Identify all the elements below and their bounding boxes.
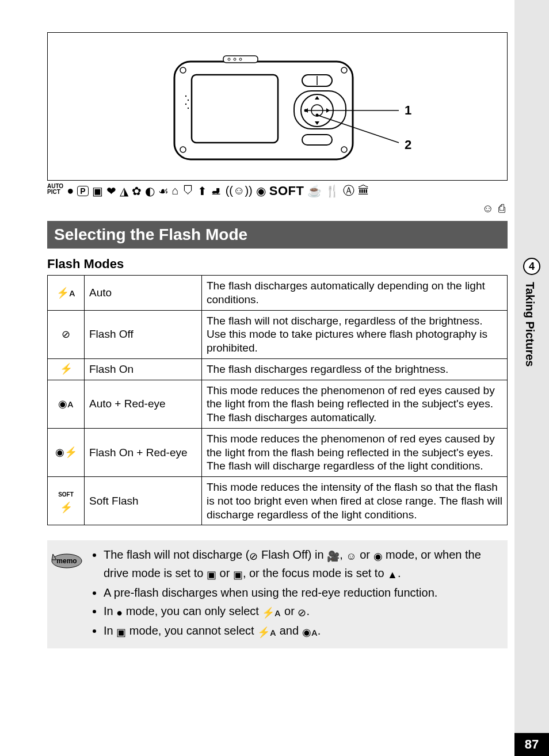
infinity-icon: ▲ — [387, 567, 398, 583]
flash-name-cell: Flash On + Red-eye — [85, 428, 202, 476]
flash-auto-icon: ⚡ᴀ — [262, 605, 281, 621]
flash-name-cell: Auto + Red-eye — [85, 380, 202, 428]
mode-soft-label: SOFT — [269, 184, 304, 198]
flash-desc-cell: This mode reduces the intensity of the f… — [202, 477, 508, 525]
table-row: ◉⚡ Flash On + Red-eye This mode reduces … — [48, 428, 508, 476]
flash-icon-cell: SOFT⚡ — [48, 477, 85, 525]
svg-point-8 — [341, 67, 347, 73]
flash-icon-cell: ◉⚡ — [48, 428, 85, 476]
mode-icon-row-2: ☺ ⎙ — [47, 202, 505, 215]
svg-point-9 — [341, 147, 347, 152]
flash-icon-cell: ⚡ᴀ — [48, 276, 85, 311]
mode-icon: ◮ — [120, 184, 128, 198]
mode-icon: ◐ — [145, 184, 155, 198]
table-row: ⚡ᴀ Auto The flash discharges automatical… — [48, 276, 508, 311]
flash-icon-cell: ⊘ — [48, 310, 85, 358]
mode-icon: ((☺)) — [226, 184, 253, 197]
flash-desc-cell: This mode reduces the phenomenon of red … — [202, 428, 508, 476]
flash-off-icon: ⊘ — [249, 549, 258, 564]
green-mode-icon: ● — [116, 605, 123, 621]
svg-point-7 — [180, 147, 186, 152]
svg-rect-10 — [192, 75, 278, 143]
svg-rect-20 — [302, 135, 332, 145]
table-row: SOFT⚡ Soft Flash This mode reduces the i… — [48, 477, 508, 525]
camera-illustration — [169, 53, 410, 168]
mode-icon: ⛸ — [211, 184, 222, 197]
table-row: ⊘ Flash Off The flash will not discharge… — [48, 310, 508, 358]
section-title: Selecting the Flash Mode — [47, 221, 508, 249]
memo-item: In ● mode, you can only select ⚡ᴀ or ⊘. — [104, 602, 501, 621]
sound-icon: ☺ — [346, 549, 356, 564]
flash-name-cell: Flash On — [85, 358, 202, 380]
mode-icon: Ⓐ — [343, 183, 354, 198]
camera-diagram-box: 1 2 — [47, 32, 508, 181]
callout-2: 2 — [405, 138, 411, 152]
mode-icon: ❤ — [106, 184, 116, 198]
svg-point-14 — [188, 108, 189, 109]
mode-icon: ⬆ — [197, 184, 207, 198]
mode-icon: ⎙ — [498, 202, 505, 215]
flash-modes-table: ⚡ᴀ Auto The flash discharges automatical… — [47, 275, 508, 525]
mode-icon: ⛉ — [182, 184, 194, 197]
mode-icon: 🏛 — [358, 184, 369, 197]
svg-point-12 — [188, 100, 189, 101]
fireworks-icon: ◉ — [373, 549, 383, 564]
flash-auto-icon: ⚡ᴀ — [257, 625, 276, 640]
mode-icon: ◉ — [256, 184, 266, 198]
page-content: 1 2 AUTOPICT ● P ▣ ❤ ◮ ✿ ◐ ☙ ⌂ ⛉ ⬆ ⛸ ((☺… — [0, 0, 549, 648]
memo-item: The flash will not discharge (⊘ Flash Of… — [104, 546, 501, 583]
svg-point-22 — [304, 109, 307, 112]
mode-icon: ☙ — [158, 184, 169, 198]
flash-icon-cell: ⚡ — [48, 358, 85, 380]
cont-icon: ▣ — [207, 567, 216, 583]
mode-icon: ☕ — [307, 184, 322, 198]
mode-icon: AUTOPICT — [47, 184, 63, 198]
svg-rect-2 — [223, 56, 258, 63]
svg-point-24 — [316, 114, 319, 117]
memo-icon: memo — [49, 546, 85, 642]
section-number-badge: 4 — [523, 258, 540, 275]
flash-desc-cell: The flash discharges automatically depen… — [202, 276, 508, 311]
page-number: 87 — [514, 733, 549, 756]
mode-icon-row: AUTOPICT ● P ▣ ❤ ◮ ✿ ◐ ☙ ⌂ ⛉ ⬆ ⛸ ((☺)) ◉… — [47, 183, 508, 198]
memo-list: The flash will not discharge (⊘ Flash Of… — [92, 546, 501, 642]
night-mode-icon: ▣ — [116, 625, 126, 640]
memo-item: A pre-flash discharges when using the re… — [104, 584, 501, 601]
svg-text:memo: memo — [56, 557, 77, 565]
svg-point-13 — [185, 104, 186, 105]
movie-icon: 🎥 — [327, 549, 340, 564]
mode-icon: ● — [67, 184, 74, 197]
mode-icon: 🍴 — [325, 184, 340, 198]
redeye-auto-icon: ◉ᴀ — [302, 625, 318, 640]
flash-name-cell: Auto — [85, 276, 202, 311]
side-column: 4 Taking Pictures 87 — [514, 0, 549, 756]
flash-icon-cell: ◉ᴀ — [48, 380, 85, 428]
flash-name-cell: Flash Off — [85, 310, 202, 358]
table-row: ⚡ Flash On The flash discharges regardle… — [48, 358, 508, 380]
memo-block: memo The flash will not discharge (⊘ Fla… — [47, 540, 508, 648]
memo-item: In ▣ mode, you cannot select ⚡ᴀ and ◉ᴀ. — [104, 622, 501, 640]
flash-name-cell: Soft Flash — [85, 477, 202, 525]
callout-1: 1 — [405, 103, 411, 118]
mode-icon: P — [77, 186, 88, 196]
flash-off-icon: ⊘ — [298, 605, 306, 621]
mode-icon: ▣ — [92, 184, 103, 198]
flash-modes-subtitle: Flash Modes — [47, 257, 508, 272]
svg-point-6 — [180, 67, 186, 73]
cont-hs-icon: ▣ — [233, 567, 243, 583]
mode-icon: ⌂ — [172, 184, 179, 197]
table-row: ◉ᴀ Auto + Red-eye This mode reduces the … — [48, 380, 508, 428]
flash-desc-cell: The flash discharges regardless of the b… — [202, 358, 508, 380]
svg-point-11 — [185, 96, 186, 97]
section-label: Taking Pictures — [523, 282, 536, 366]
mode-icon: ✿ — [132, 184, 142, 198]
flash-desc-cell: The flash will not discharge, regardless… — [202, 310, 508, 358]
flash-desc-cell: This mode reduces the phenomenon of red … — [202, 380, 508, 428]
mode-icon: ☺ — [482, 202, 494, 215]
